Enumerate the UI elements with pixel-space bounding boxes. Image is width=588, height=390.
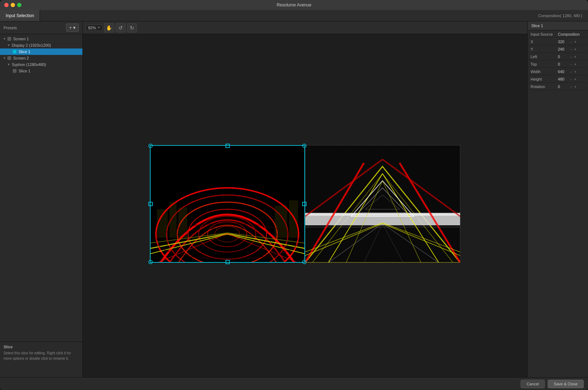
rotation-value: 0 [558, 84, 568, 89]
expand-arrow: ▼ [7, 63, 10, 66]
height-control: 480 - + [558, 77, 585, 81]
sidebar-item-screen1[interactable]: ▼ Screen 1 [0, 36, 82, 42]
handle-middle-left[interactable] [148, 202, 153, 206]
width-control: 640 - + [558, 70, 585, 74]
tab-input-selection[interactable]: Input Selection [0, 10, 40, 21]
redo-button[interactable]: ↻ [127, 23, 137, 32]
redo-icon: ↻ [130, 25, 134, 31]
y-plus[interactable]: + [573, 47, 577, 51]
width-row: Width 640 - + [528, 68, 587, 75]
handle-bottom-center[interactable] [225, 260, 230, 264]
window-controls[interactable] [4, 3, 21, 7]
sidebar-item-slice1-screen2[interactable]: Slice 1 [0, 68, 82, 74]
window-title: Resolume Avenue [277, 2, 311, 7]
handle-top-left[interactable] [148, 144, 153, 148]
sidebar-header: Presets + ▾ [0, 21, 82, 34]
left-plus[interactable]: + [573, 55, 577, 59]
pan-tool-button[interactable]: ✋ [104, 23, 114, 32]
x-plus[interactable]: + [573, 40, 577, 44]
app-body: Input Selection Composition( 1280, 480 )… [0, 10, 588, 390]
x-row: X 320 - + [528, 39, 587, 45]
left-row: Left 0 - + [528, 53, 587, 60]
sidebar-title: Presets [4, 26, 17, 30]
title-bar: Resolume Avenue [0, 0, 588, 10]
canvas-area: 82% ▼ ✋ ↺ ↻ [83, 21, 527, 377]
height-value: 480 [558, 77, 568, 81]
sidebar-item-slice1[interactable]: Slice 1 [0, 48, 82, 55]
screen-icon [7, 56, 11, 60]
input-source-label: Input Source [528, 31, 555, 38]
left-value: 0 [558, 55, 568, 59]
sidebar-tree: ▼ Screen 1 ▼ Display 2 (1920x1200) Slice… [0, 34, 82, 342]
top-minus[interactable]: - [569, 62, 572, 66]
screen-icon [7, 37, 11, 41]
sidebar: Presets + ▾ ▼ Screen 1 ▼ Display 2 (1920… [0, 21, 83, 377]
save-close-button[interactable]: Save & Close [548, 380, 584, 388]
sidebar-item-screen2[interactable]: ▼ Screen 2 [0, 55, 82, 61]
maximize-button[interactable] [17, 3, 21, 7]
zoom-dropdown-arrow: ▼ [97, 26, 100, 29]
width-label: Width [528, 68, 555, 75]
rotation-row: Rotation 0 - + [528, 83, 587, 90]
expand-arrow: ▼ [3, 37, 6, 41]
top-plus[interactable]: + [573, 62, 577, 66]
canvas-viewport[interactable] [83, 34, 527, 377]
viz-container [150, 145, 460, 266]
expand-arrow: ▼ [7, 43, 10, 47]
input-source-row: Input Source Composition [528, 31, 587, 38]
height-row: Height 480 - + [528, 76, 587, 83]
rotation-control: 0 - + [558, 84, 585, 89]
add-button[interactable]: + ▾ [66, 24, 79, 32]
width-value: 640 [558, 70, 568, 74]
right-panel: Slice 1 Input Source Composition X 320 -… [527, 21, 588, 377]
zoom-value: 82% [88, 26, 96, 30]
slice-icon [13, 69, 16, 73]
cancel-button[interactable]: Cancel [521, 380, 545, 388]
rotation-minus[interactable]: - [569, 84, 572, 89]
zoom-control[interactable]: 82% ▼ [86, 25, 103, 31]
composition-value: Composition [556, 31, 587, 38]
bottom-bar: Cancel Save & Close [0, 377, 588, 390]
close-button[interactable] [4, 3, 9, 7]
slice-selection-box[interactable] [150, 145, 305, 263]
top-value: 0 [558, 62, 568, 66]
handle-top-center[interactable] [225, 144, 230, 148]
sidebar-item-display2[interactable]: ▼ Display 2 (1920x1200) [0, 42, 82, 48]
y-minus[interactable]: - [569, 47, 572, 51]
x-minus[interactable]: - [569, 40, 572, 44]
x-label: X [528, 39, 555, 45]
composition-info: Composition( 1280, 480 ) [532, 10, 588, 21]
sidebar-item-syphon[interactable]: ▼ Syphon (1280x480) [0, 61, 82, 68]
right-panel-title: Slice 1 [528, 21, 588, 30]
height-minus[interactable]: - [569, 77, 572, 81]
width-minus[interactable]: - [569, 70, 572, 74]
x-control: 320 - + [558, 40, 585, 44]
y-control: 240 - + [558, 47, 585, 51]
slice-description: Select this slice for editing. Right cli… [4, 350, 79, 361]
left-control: 0 - + [558, 55, 585, 59]
left-minus[interactable]: - [569, 55, 572, 59]
height-label: Height [528, 76, 555, 83]
left-label: Left [528, 53, 555, 60]
slice-icon [13, 50, 16, 53]
handle-bottom-left[interactable] [148, 260, 153, 264]
y-label: Y [528, 46, 555, 53]
tab-bar: Input Selection Composition( 1280, 480 ) [0, 10, 588, 21]
top-control: 0 - + [558, 62, 585, 66]
width-plus[interactable]: + [573, 70, 577, 74]
toolbar: 82% ▼ ✋ ↺ ↻ [83, 21, 527, 34]
composition-boundary [305, 145, 460, 263]
expand-arrow: ▼ [3, 56, 6, 60]
rotation-label: Rotation [528, 83, 555, 90]
top-label: Top [528, 61, 555, 68]
top-row: Top 0 - + [528, 61, 587, 68]
y-value: 240 [558, 47, 568, 51]
height-plus[interactable]: + [573, 77, 577, 81]
x-value: 320 [558, 40, 568, 44]
undo-icon: ↺ [118, 25, 123, 31]
sidebar-bottom: Slice Select this slice for editing. Rig… [0, 342, 82, 377]
rotation-plus[interactable]: + [573, 84, 577, 89]
minimize-button[interactable] [11, 3, 15, 7]
undo-button[interactable]: ↺ [116, 23, 126, 32]
slice-section-title: Slice [4, 345, 79, 349]
